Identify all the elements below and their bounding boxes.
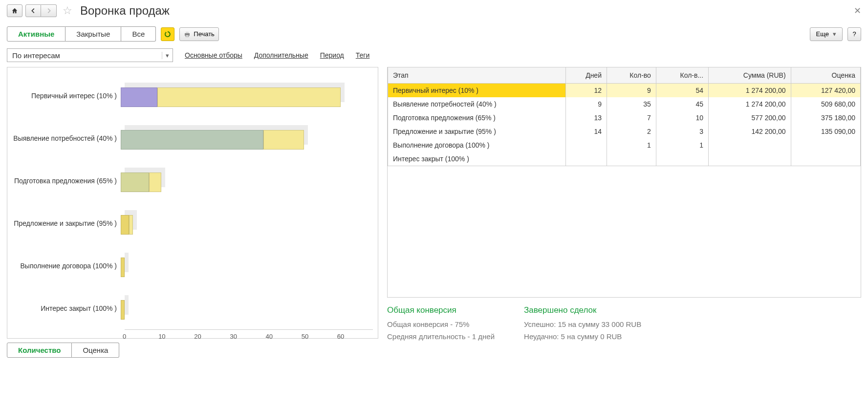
column-header[interactable]: Дней [565, 67, 607, 84]
bar-segment[interactable] [121, 300, 125, 320]
tab-closed[interactable]: Закрытые [65, 26, 121, 42]
filter-period[interactable]: Период [320, 51, 344, 59]
grouping-dropdown[interactable]: По интересам ▾ [7, 48, 173, 62]
deals-title: Завершено сделок [524, 305, 641, 315]
column-header[interactable]: Оценка [791, 67, 860, 84]
axis-tick: 40 [266, 333, 302, 340]
table-row[interactable]: Интерес закрыт (100% ) [388, 152, 861, 166]
svg-rect-1 [186, 32, 189, 33]
chart-category-label: Выполнение договора (100% ) [12, 262, 121, 270]
svg-rect-2 [186, 35, 189, 37]
bar-segment[interactable] [121, 130, 263, 150]
bar-segment[interactable] [149, 173, 161, 192]
bar-segment[interactable] [157, 87, 341, 107]
filter-main[interactable]: Основные отборы [185, 51, 242, 59]
table-row[interactable]: Первичный интерес (10% )129541 274 200,0… [388, 84, 861, 98]
avg-duration: Средняя длительность - 1 дней [387, 332, 495, 341]
bar-segment[interactable] [121, 87, 157, 107]
status-tabs: Активные Закрытые Все [7, 26, 156, 42]
table-row[interactable]: Выполнение договора (100% )11 [388, 138, 861, 152]
print-button[interactable]: Печать [179, 27, 219, 41]
column-header[interactable]: Кол-во [607, 67, 656, 84]
chart-category-label: Предложение и закрытие (95% ) [12, 219, 121, 227]
conversion-rate: Общая конверсия - 75% [387, 320, 495, 328]
home-button[interactable] [7, 4, 22, 17]
bar-segment[interactable] [121, 258, 125, 277]
table-row[interactable]: Выявление потребностей (40% )935451 274 … [388, 97, 861, 111]
table-row[interactable]: Подготовка предложения (65% )13710577 20… [388, 111, 861, 125]
tab-score[interactable]: Оценка [72, 343, 119, 358]
close-icon[interactable]: ✕ [854, 5, 861, 16]
chevron-down-icon: ▾ [162, 52, 173, 59]
tab-active[interactable]: Активные [7, 26, 65, 42]
chart-category-label: Первичный интерес (10% ) [12, 92, 121, 100]
chart-category-label: Подготовка предложения (65% ) [12, 177, 121, 185]
chart-category-label: Выявление потребностей (40% ) [12, 134, 121, 142]
bar-segment[interactable] [129, 215, 133, 235]
bar-segment[interactable] [121, 215, 129, 235]
axis-tick: 0 [123, 333, 158, 340]
funnel-chart: Первичный интерес (10% )Выявление потреб… [7, 67, 378, 339]
refresh-button[interactable] [161, 27, 174, 41]
more-button[interactable]: Еще ▾ [810, 27, 843, 41]
axis-tick: 60 [337, 333, 373, 340]
tab-all[interactable]: Все [121, 26, 156, 42]
help-button[interactable]: ? [847, 27, 861, 41]
axis-tick: 20 [194, 333, 230, 340]
column-header[interactable]: Этап [388, 67, 566, 84]
conversion-title: Общая конверсия [387, 305, 495, 315]
bar-segment[interactable] [121, 173, 149, 192]
bar-segment[interactable] [263, 130, 304, 150]
axis-tick: 10 [158, 333, 194, 340]
chart-category-label: Интерес закрыт (100% ) [12, 304, 121, 312]
page-title: Воронка продаж [80, 4, 170, 18]
column-header[interactable]: Сумма (RUB) [709, 67, 791, 84]
column-header[interactable]: Кол-в... [656, 67, 708, 84]
stages-table: ЭтапДнейКол-воКол-в...Сумма (RUB)Оценка … [388, 67, 861, 166]
filter-additional[interactable]: Дополнительные [254, 51, 308, 59]
tab-quantity[interactable]: Количество [7, 343, 72, 358]
table-row[interactable]: Предложение и закрытие (95% )1423142 200… [388, 125, 861, 138]
back-button[interactable] [25, 4, 41, 17]
favorite-icon[interactable]: ☆ [63, 4, 72, 17]
axis-tick: 50 [302, 333, 337, 340]
deals-success: Успешно: 15 на сумму 33 000 RUB [524, 320, 641, 328]
filter-tags[interactable]: Теги [356, 51, 369, 59]
forward-button[interactable] [41, 4, 57, 17]
deals-fail: Неудачно: 5 на сумму 0 RUB [524, 332, 641, 341]
axis-tick: 30 [230, 333, 265, 340]
